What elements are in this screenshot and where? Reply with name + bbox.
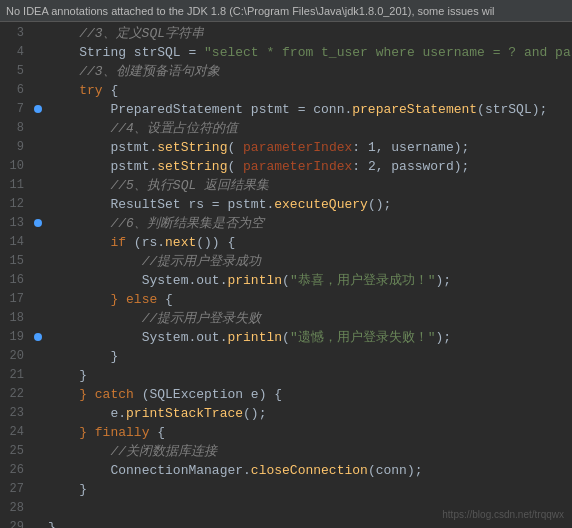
- gutter-marker: [34, 333, 42, 341]
- code-line: } catch (SQLException e) {: [48, 385, 572, 404]
- line-number: 16: [0, 271, 24, 290]
- line-number: 15: [0, 252, 24, 271]
- line-number: 26: [0, 461, 24, 480]
- line-number: 5: [0, 62, 24, 81]
- code-line: //关闭数据库连接: [48, 442, 572, 461]
- line-number: 11: [0, 176, 24, 195]
- gutter: [30, 22, 44, 528]
- editor-area: 3456789101112131415161718192021222324252…: [0, 22, 572, 528]
- line-number: 10: [0, 157, 24, 176]
- code-line: //提示用户登录失败: [48, 309, 572, 328]
- code-line: //提示用户登录成功: [48, 252, 572, 271]
- line-number: 17: [0, 290, 24, 309]
- gutter-marker: [34, 105, 42, 113]
- code-line: //3、定义SQL字符串: [48, 24, 572, 43]
- code-line: PreparedStatement pstmt = conn.prepareSt…: [48, 100, 572, 119]
- code-line: }: [48, 347, 572, 366]
- code-line: } else {: [48, 290, 572, 309]
- line-number: 20: [0, 347, 24, 366]
- line-number: 24: [0, 423, 24, 442]
- line-number: 29: [0, 518, 24, 528]
- line-number: 18: [0, 309, 24, 328]
- line-number: 27: [0, 480, 24, 499]
- line-number: 28: [0, 499, 24, 518]
- code-line: System.out.println("恭喜，用户登录成功！");: [48, 271, 572, 290]
- line-number: 21: [0, 366, 24, 385]
- code-line: if (rs.next()) {: [48, 233, 572, 252]
- code-line: ConnectionManager.closeConnection(conn);: [48, 461, 572, 480]
- code-line: //6、判断结果集是否为空: [48, 214, 572, 233]
- line-number: 8: [0, 119, 24, 138]
- line-number: 3: [0, 24, 24, 43]
- top-bar-text: No IDEA annotations attached to the JDK …: [6, 5, 495, 17]
- code-line: String strSQL = "select * from t_user wh…: [48, 43, 572, 62]
- line-number: 19: [0, 328, 24, 347]
- line-number: 4: [0, 43, 24, 62]
- code-line: }: [48, 366, 572, 385]
- line-number: 25: [0, 442, 24, 461]
- code-line: pstmt.setString( parameterIndex: 1, user…: [48, 138, 572, 157]
- line-numbers: 3456789101112131415161718192021222324252…: [0, 22, 30, 528]
- line-number: 22: [0, 385, 24, 404]
- line-number: 14: [0, 233, 24, 252]
- code-line: //4、设置占位符的值: [48, 119, 572, 138]
- gutter-marker: [34, 219, 42, 227]
- code-line: } finally {: [48, 423, 572, 442]
- line-number: 6: [0, 81, 24, 100]
- code-line: //3、创建预备语句对象: [48, 62, 572, 81]
- line-number: 23: [0, 404, 24, 423]
- line-number: 12: [0, 195, 24, 214]
- code-line: e.printStackTrace();: [48, 404, 572, 423]
- code-line: }: [48, 480, 572, 499]
- line-number: 7: [0, 100, 24, 119]
- code-line: //5、执行SQL 返回结果集: [48, 176, 572, 195]
- line-number: 13: [0, 214, 24, 233]
- watermark: https://blog.csdn.net/trqqwx: [442, 509, 564, 520]
- code-content[interactable]: //3、定义SQL字符串 String strSQL = "select * f…: [44, 22, 572, 528]
- code-line: pstmt.setString( parameterIndex: 2, pass…: [48, 157, 572, 176]
- line-number: 9: [0, 138, 24, 157]
- code-line: ResultSet rs = pstmt.executeQuery();: [48, 195, 572, 214]
- code-line: try {: [48, 81, 572, 100]
- code-line: System.out.println("遗憾，用户登录失败！");: [48, 328, 572, 347]
- top-bar: No IDEA annotations attached to the JDK …: [0, 0, 572, 22]
